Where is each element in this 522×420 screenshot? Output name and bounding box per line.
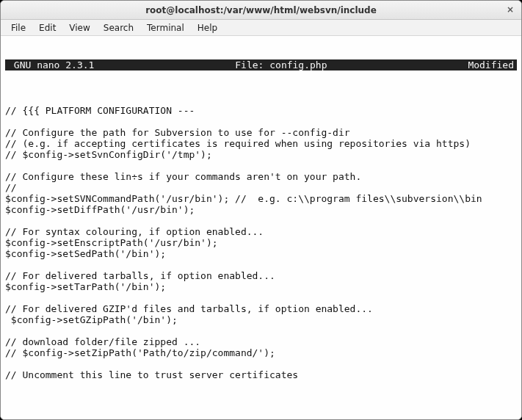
window-title: root@localhost:/var/www/html/websvn/incl… bbox=[145, 5, 377, 15]
menubar: File Edit View Search Terminal Help bbox=[1, 20, 521, 36]
menu-file[interactable]: File bbox=[5, 21, 32, 35]
close-icon[interactable]: × bbox=[505, 4, 515, 15]
menu-help[interactable]: Help bbox=[192, 21, 223, 35]
nano-version: GNU nano 2.3.1 bbox=[8, 59, 94, 70]
nano-statusbar: GNU nano 2.3.1 File: config.php Modified bbox=[5, 59, 517, 70]
nano-modified: Modified bbox=[468, 59, 514, 70]
terminal-area[interactable]: GNU nano 2.3.1 File: config.php Modified… bbox=[1, 36, 521, 419]
menu-terminal[interactable]: Terminal bbox=[141, 21, 190, 35]
nano-shortcuts: ^GGet Help ^OWriteOut ^RRead File ^YPrev… bbox=[5, 404, 517, 419]
editor-content[interactable]: // {{{ PLATFORM CONFIGURATION --- // Con… bbox=[5, 93, 517, 380]
nano-filename: File: config.php bbox=[94, 59, 468, 70]
menu-search[interactable]: Search bbox=[98, 21, 139, 35]
menu-edit[interactable]: Edit bbox=[33, 21, 62, 35]
terminal-window: root@localhost:/var/www/html/websvn/incl… bbox=[0, 0, 522, 420]
titlebar: root@localhost:/var/www/html/websvn/incl… bbox=[1, 1, 521, 20]
menu-view[interactable]: View bbox=[63, 21, 95, 35]
